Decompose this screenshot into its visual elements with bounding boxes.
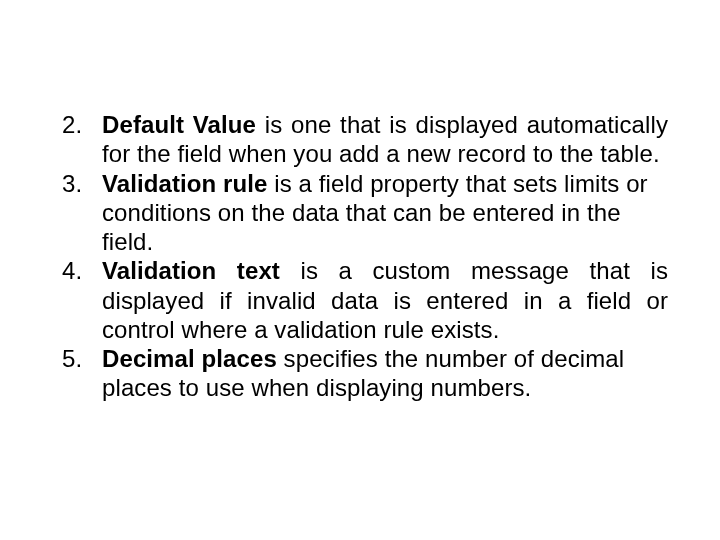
list-item-text: Validation text is a custom message that… [102,256,668,344]
list-item: Decimal places specifies the number of d… [102,344,668,403]
term: Decimal places [102,345,277,372]
list-item: Default Value is one that is displayed a… [102,110,668,169]
list-item-text: Default Value is one that is displayed a… [102,110,668,169]
list-item-text: Validation rule is a field property that… [102,169,668,257]
term: Validation rule [102,170,268,197]
list-item: Validation text is a custom message that… [102,256,668,344]
list-item: Validation rule is a field property that… [102,169,668,257]
definition-list: Default Value is one that is displayed a… [52,110,668,403]
term: Default Value [102,111,256,138]
list-item-text: Decimal places specifies the number of d… [102,344,668,403]
term: Validation text [102,257,280,284]
document-page: Default Value is one that is displayed a… [0,0,720,540]
